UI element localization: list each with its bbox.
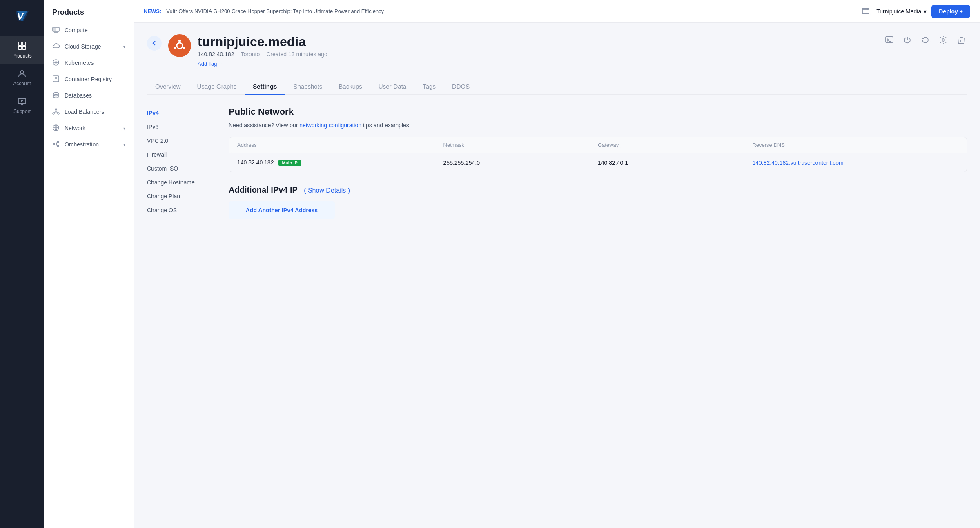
kubernetes-icon (52, 59, 60, 67)
container-registry-icon (52, 75, 60, 83)
settings-nav-custom-iso[interactable]: Custom ISO (147, 162, 212, 176)
settings-nav-ipv6[interactable]: IPv6 (147, 120, 212, 134)
settings-nav-vpc[interactable]: VPC 2.0 (147, 134, 212, 148)
svg-point-25 (178, 40, 181, 42)
orchestration-chevron: ▾ (123, 142, 125, 147)
svg-rect-22 (862, 8, 869, 14)
desc-post-text: tips and examples. (361, 122, 411, 129)
left-sidebar: Products Compute Cloud Storage ▾ (44, 0, 134, 528)
sidebar-header: Products (44, 0, 134, 22)
power-icon[interactable] (902, 34, 913, 46)
svg-rect-6 (22, 46, 26, 49)
settings-icon[interactable] (938, 34, 949, 46)
svg-rect-8 (18, 98, 26, 104)
tab-backups[interactable]: Backups (330, 79, 370, 95)
tab-snapshots[interactable]: Snapshots (285, 79, 330, 95)
show-details-link[interactable]: ( Show Details ) (304, 187, 350, 194)
networking-config-link[interactable]: networking configuration (299, 122, 361, 129)
add-ipv4-button[interactable]: Add Another IPv4 Address (229, 201, 335, 219)
sidebar-item-network[interactable]: Network ▾ (44, 120, 134, 136)
svg-point-14 (53, 93, 58, 95)
support-icon (17, 96, 27, 106)
svg-point-19 (53, 143, 55, 145)
cloud-storage-icon (52, 42, 60, 51)
col-netmask: Netmask (443, 142, 598, 148)
server-name: turnipjuice.media (198, 34, 884, 49)
sidebar-item-compute-label: Compute (65, 27, 88, 33)
settings-nav: IPv4 IPv6 VPC 2.0 Firewall Custom ISO Ch… (147, 106, 212, 219)
sidebar-item-load-balancers[interactable]: Load Balancers (44, 104, 134, 120)
server-created: Created 13 minutes ago (266, 51, 327, 58)
sidebar-item-orchestration[interactable]: Orchestration ▾ (44, 136, 134, 153)
col-gateway: Gateway (598, 142, 752, 148)
server-info: turnipjuice.media 140.82.40.182 Toronto … (198, 34, 884, 67)
desc-pre-text: Need assistance? View our (229, 122, 299, 129)
settings-nav-change-os[interactable]: Change OS (147, 204, 212, 217)
nav-account[interactable]: Account (0, 64, 44, 91)
network-table-header: Address Netmask Gateway Reverse DNS (229, 137, 967, 153)
col-address: Address (237, 142, 443, 148)
svg-text:V: V (17, 11, 24, 22)
delete-icon[interactable] (956, 34, 967, 46)
tab-settings[interactable]: Settings (245, 79, 285, 95)
account-icon (17, 69, 27, 78)
sidebar-item-load-balancers-label: Load Balancers (65, 109, 104, 115)
top-bar: NEWS: Vultr Offers NVIDIA GH200 Grace Ho… (134, 0, 980, 23)
nav-products[interactable]: Products (0, 36, 44, 64)
deploy-button[interactable]: Deploy + (931, 5, 970, 18)
sidebar-item-kubernetes[interactable]: Kubernetes (44, 55, 134, 71)
svg-point-27 (174, 47, 176, 49)
ip-address-text: 140.82.40.182 (237, 159, 274, 166)
cloud-storage-chevron: ▾ (123, 44, 125, 49)
databases-icon (52, 91, 60, 100)
restart-icon[interactable] (920, 34, 931, 46)
far-left-navigation: V Products Account (0, 0, 44, 528)
tab-tags[interactable]: Tags (414, 79, 444, 95)
server-meta: 140.82.40.182 Toronto Created 13 minutes… (198, 51, 884, 58)
back-button[interactable] (147, 36, 162, 51)
svg-rect-3 (18, 42, 22, 45)
sidebar-item-compute[interactable]: Compute (44, 22, 134, 38)
tab-ddos[interactable]: DDOS (444, 79, 478, 95)
additional-ipv4-label: Additional IPv4 IP (229, 185, 298, 194)
tab-overview[interactable]: Overview (147, 79, 189, 95)
main-content: NEWS: Vultr Offers NVIDIA GH200 Grace Ho… (134, 0, 980, 528)
row-reverse-dns[interactable]: 140.82.40.182.vultrusercontent.com (752, 160, 958, 166)
sidebar-item-cloud-storage[interactable]: Cloud Storage ▾ (44, 38, 134, 55)
svg-point-15 (55, 109, 57, 110)
sidebar-item-container-registry[interactable]: Container Registry (44, 71, 134, 87)
svg-point-29 (942, 39, 944, 41)
sidebar-item-network-label: Network (65, 125, 85, 131)
svg-point-20 (57, 141, 59, 143)
settings-nav-firewall[interactable]: Firewall (147, 148, 212, 162)
sidebar-item-cloud-storage-label: Cloud Storage (65, 43, 101, 50)
tab-usage-graphs[interactable]: Usage Graphs (189, 79, 245, 95)
svg-rect-28 (886, 37, 893, 42)
settings-nav-ipv4[interactable]: IPv4 (147, 106, 212, 120)
add-tag-link[interactable]: Add Tag + (198, 61, 222, 67)
col-reverse-dns: Reverse DNS (752, 142, 958, 148)
nav-products-label: Products (12, 53, 31, 59)
console-icon[interactable] (884, 34, 895, 46)
content-area: turnipjuice.media 140.82.40.182 Toronto … (134, 23, 980, 528)
server-tabs: Overview Usage Graphs Settings Snapshots… (147, 79, 967, 95)
network-table-row: 140.82.40.182 Main IP 255.255.254.0 140.… (229, 153, 967, 172)
tab-user-data[interactable]: User-Data (370, 79, 414, 95)
nav-support[interactable]: Support (0, 91, 44, 119)
settings-layout: IPv4 IPv6 VPC 2.0 Firewall Custom ISO Ch… (147, 106, 967, 219)
row-netmask: 255.255.254.0 (443, 160, 598, 166)
server-actions (884, 34, 967, 46)
sidebar-item-databases[interactable]: Databases (44, 87, 134, 104)
network-chevron: ▾ (123, 126, 125, 131)
nav-support-label: Support (13, 109, 31, 114)
svg-rect-5 (18, 46, 22, 49)
org-selector[interactable]: Turnipjuice Media ▾ (876, 8, 927, 15)
svg-point-12 (55, 62, 57, 63)
notification-icon[interactable] (860, 6, 871, 17)
sidebar-item-orchestration-label: Orchestration (65, 141, 99, 148)
sidebar-item-kubernetes-label: Kubernetes (65, 60, 94, 66)
news-text: Vultr Offers NVIDIA GH200 Grace Hopper S… (166, 8, 384, 14)
additional-ipv4-title: Additional IPv4 IP ( Show Details ) (229, 185, 967, 195)
settings-nav-change-plan[interactable]: Change Plan (147, 190, 212, 204)
settings-nav-change-hostname[interactable]: Change Hostname (147, 176, 212, 190)
